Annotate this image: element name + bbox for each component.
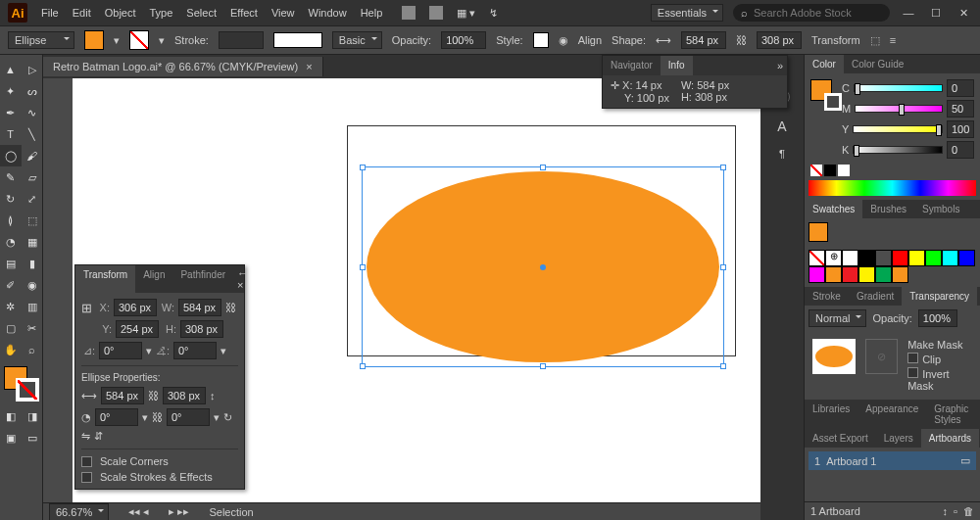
white-color-icon[interactable] [838, 165, 850, 176]
menu-edit[interactable]: Edit [73, 7, 91, 19]
gradient-tool[interactable]: ▮ [22, 253, 43, 274]
swatch-item[interactable] [842, 250, 858, 266]
graphic-style-swatch[interactable] [533, 32, 549, 48]
artboard-tool[interactable]: ▢ [0, 317, 22, 339]
fill-dropdown[interactable]: ▾ [114, 34, 120, 47]
link-ellipse-icon[interactable]: ⛓ [148, 390, 159, 402]
shear-input[interactable] [173, 342, 217, 359]
reference-point-icon[interactable]: ⊞ [81, 301, 92, 315]
type-tool[interactable]: T [0, 123, 22, 145]
swatches-tab[interactable]: Swatches [805, 200, 862, 218]
swatch-registration[interactable]: ⊕ [825, 250, 842, 266]
menu-view[interactable]: View [271, 7, 295, 19]
magenta-input[interactable] [947, 100, 974, 118]
transform-label[interactable]: Transform [811, 34, 860, 46]
swatch-item[interactable] [808, 266, 825, 283]
rotate-input[interactable] [99, 342, 142, 359]
layers-tab[interactable]: Layers [876, 429, 921, 448]
active-tool-name[interactable]: Ellipse [8, 31, 74, 49]
paintbrush-tool[interactable]: 🖌 [22, 145, 43, 166]
swatch-item[interactable] [925, 250, 942, 266]
stroke-profile[interactable] [273, 32, 322, 48]
invert-pie-icon[interactable]: ↻ [223, 411, 232, 424]
color-tab[interactable]: Color [805, 55, 844, 73]
menu-select[interactable]: Select [186, 7, 217, 19]
color-mode-icon[interactable]: ◧ [0, 405, 22, 427]
free-transform-tool[interactable]: ⬚ [22, 210, 43, 231]
swatch-item[interactable] [875, 250, 892, 266]
pie-end-input[interactable] [167, 408, 210, 426]
scale-strokes-checkbox[interactable]: Scale Strokes & Effects [81, 471, 238, 483]
delete-artboard-icon[interactable]: 🗑 [963, 505, 974, 517]
stroke-weight-input[interactable] [219, 31, 264, 49]
scale-corners-checkbox[interactable]: Scale Corners [81, 455, 238, 467]
swatch-item[interactable] [875, 266, 892, 283]
mesh-tool[interactable]: ▤ [0, 253, 22, 274]
new-artboard-icon[interactable]: ▫ [954, 505, 957, 517]
artboard-options-icon[interactable]: ▭ [960, 454, 970, 467]
stock-icon[interactable] [429, 6, 443, 20]
shaper-tool[interactable]: ✎ [0, 166, 22, 188]
artboards-tab[interactable]: Artboards [921, 429, 979, 448]
panel-close-icon[interactable]: ← × [233, 265, 252, 293]
swatch-item[interactable] [825, 266, 842, 283]
symbol-sprayer-tool[interactable]: ✲ [0, 296, 22, 317]
line-tool[interactable]: ╲ [22, 123, 43, 145]
menu-help[interactable]: Help [361, 7, 383, 19]
transform-tab[interactable]: Transform [75, 265, 135, 293]
link-wh-icon[interactable]: ⛓ [736, 34, 747, 46]
stroke-swatch[interactable] [129, 30, 149, 50]
libraries-tab[interactable]: Libraries [805, 400, 858, 429]
rearrange-icon[interactable]: ↕ [943, 505, 949, 517]
swatch-item[interactable] [892, 266, 908, 283]
nav-next-icon[interactable]: ▸ ▸▸ [169, 505, 189, 518]
swatch-item[interactable] [858, 266, 875, 283]
brush-def-dropdown[interactable]: Basic [332, 31, 382, 49]
curvature-tool[interactable]: ∿ [22, 102, 43, 123]
cyan-input[interactable] [947, 79, 974, 97]
width-tool[interactable]: ≬ [0, 210, 22, 231]
stroke-tab[interactable]: Stroke [805, 287, 849, 306]
navigator-tab[interactable]: Navigator [603, 56, 661, 75]
menu-object[interactable]: Object [105, 7, 136, 19]
graphic-styles-tab[interactable]: Graphic Styles [926, 400, 980, 429]
zoom-dropdown[interactable]: 66.67% [49, 503, 109, 521]
appearance-tab[interactable]: Appearance [858, 400, 926, 429]
tr-opacity-input[interactable] [918, 309, 957, 327]
stock-search[interactable]: ⌕Search Adobe Stock [733, 4, 890, 22]
clip-checkbox[interactable]: Clip [907, 353, 972, 365]
arrange-documents-icon[interactable]: ↯ [489, 7, 498, 20]
swatch-item[interactable] [942, 250, 958, 266]
swatch-none[interactable] [808, 250, 825, 266]
perspective-tool[interactable]: ▦ [22, 231, 43, 253]
rotate-tool[interactable]: ↻ [0, 188, 22, 210]
flip-h-icon[interactable]: ⇋ [81, 430, 90, 443]
shape-width-input[interactable] [681, 31, 726, 49]
scale-tool[interactable]: ⤢ [22, 188, 43, 210]
draw-mode-icon[interactable]: ▣ [0, 427, 22, 449]
tw-input[interactable] [178, 299, 221, 316]
lasso-tool[interactable]: ᔕ [22, 80, 43, 102]
tx-input[interactable] [114, 299, 157, 316]
invert-mask-checkbox[interactable]: Invert Mask [907, 367, 972, 392]
stroke-dropdown[interactable]: ▾ [159, 34, 165, 47]
magic-wand-tool[interactable]: ✦ [0, 80, 22, 102]
gradient-tab[interactable]: Gradient [849, 287, 902, 306]
panel-collapse-icon[interactable]: » [773, 56, 787, 75]
pie-link-icon[interactable]: ⛓ [152, 411, 163, 423]
window-maximize[interactable]: ☐ [927, 6, 945, 20]
close-tab-icon[interactable]: × [306, 61, 312, 72]
align-tab[interactable]: Align [135, 265, 172, 293]
recolor-icon[interactable]: ◉ [559, 34, 568, 47]
pen-tool[interactable]: ✒ [0, 102, 22, 123]
blend-tool[interactable]: ◉ [22, 274, 43, 296]
direct-selection-tool[interactable]: ▷ [22, 59, 43, 80]
ellipse-h-input[interactable] [163, 387, 206, 404]
workspace-dropdown[interactable]: Essentials [651, 4, 723, 22]
black-input[interactable] [947, 141, 974, 159]
isolate-icon[interactable]: ⬚ [870, 34, 880, 47]
opacity-input[interactable] [441, 31, 486, 49]
nav-prev-icon[interactable]: ◂◂ ◂ [128, 505, 149, 518]
character-icon[interactable]: A [777, 118, 786, 134]
shape-height-input[interactable] [757, 31, 802, 49]
